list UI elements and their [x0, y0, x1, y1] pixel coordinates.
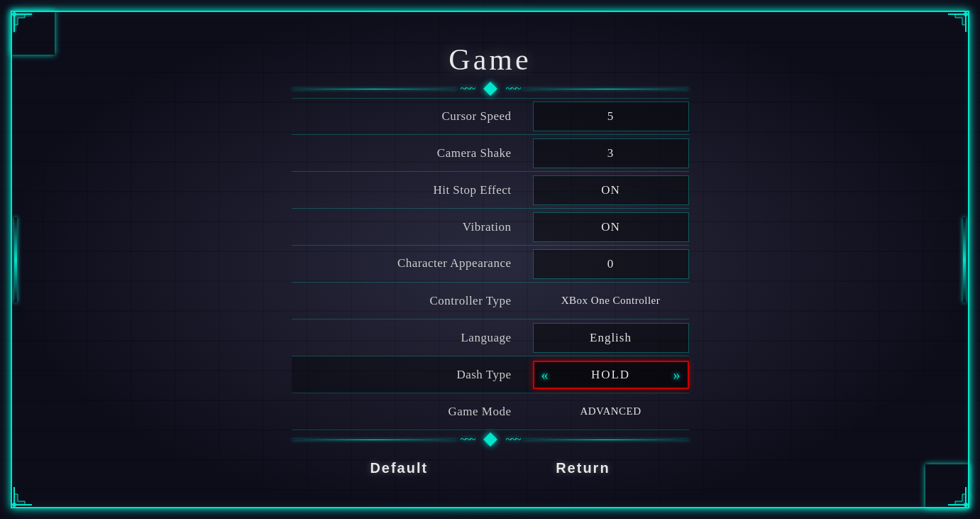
hit-stop-effect-label: Hit Stop Effect [292, 183, 533, 197]
deco-line-right [523, 89, 688, 89]
deco-diamond-top [483, 82, 497, 96]
controller-type-label: Controller Type [292, 294, 533, 308]
vibration-value[interactable]: ON [533, 212, 689, 242]
deco-squiggle-left: ~~~ [461, 82, 475, 95]
dash-type-wrapper[interactable]: « HOLD » [533, 361, 689, 389]
setting-row-language: Language English [292, 319, 689, 356]
dash-type-label: Dash Type [292, 368, 533, 382]
setting-row-camera-shake: Camera Shake 3 [292, 135, 689, 172]
setting-row-cursor-speed: Cursor Speed 5 [292, 98, 689, 135]
footer-buttons: Default Return [292, 460, 689, 476]
dash-type-value: HOLD [549, 368, 673, 382]
bottom-decoration-bar: ~~~ ~~~ [292, 433, 689, 446]
camera-shake-value[interactable]: 3 [533, 138, 689, 168]
deco-line-bottom-left [292, 439, 457, 440]
controller-type-value[interactable]: XBox One Controller [533, 288, 689, 314]
main-container: Game ~~~ ~~~ Cursor Speed 5 Camera Shake… [0, 0, 980, 519]
top-decoration-bar: ~~~ ~~~ [292, 82, 689, 95]
settings-panel: Game ~~~ ~~~ Cursor Speed 5 Camera Shake… [292, 43, 689, 476]
settings-list: Cursor Speed 5 Camera Shake 3 Hit Stop E… [292, 98, 689, 430]
setting-row-hit-stop-effect: Hit Stop Effect ON [292, 172, 689, 209]
deco-squiggle-bottom-left: ~~~ [461, 433, 475, 446]
vibration-label: Vibration [292, 220, 533, 234]
language-label: Language [292, 331, 533, 345]
setting-row-game-mode: Game Mode ADVANCED [292, 393, 689, 430]
cursor-speed-value[interactable]: 5 [533, 102, 689, 131]
setting-row-dash-type: Dash Type « HOLD » [292, 356, 689, 393]
dash-type-arrow-right[interactable]: » [673, 368, 681, 382]
setting-row-vibration: Vibration ON [292, 209, 689, 246]
hit-stop-effect-value[interactable]: ON [533, 175, 689, 205]
deco-line-bottom-right [523, 439, 688, 440]
game-mode-value[interactable]: ADVANCED [533, 398, 689, 425]
game-mode-label: Game Mode [292, 405, 533, 419]
deco-squiggle-bottom-right: ~~~ [506, 433, 520, 446]
page-title: Game [292, 43, 689, 77]
default-button[interactable]: Default [370, 460, 428, 476]
setting-row-controller-type: Controller Type XBox One Controller [292, 283, 689, 319]
setting-row-character-appearance: Character Appearance 0 [292, 246, 689, 283]
return-button[interactable]: Return [556, 460, 610, 476]
language-value[interactable]: English [533, 323, 689, 353]
dash-type-arrow-left[interactable]: « [541, 368, 549, 382]
deco-diamond-bottom [483, 432, 497, 447]
deco-line-left [292, 89, 457, 89]
character-appearance-label: Character Appearance [292, 256, 533, 271]
camera-shake-label: Camera Shake [292, 146, 533, 160]
character-appearance-value[interactable]: 0 [533, 249, 689, 279]
cursor-speed-label: Cursor Speed [292, 109, 533, 124]
deco-squiggle-right: ~~~ [506, 82, 520, 95]
